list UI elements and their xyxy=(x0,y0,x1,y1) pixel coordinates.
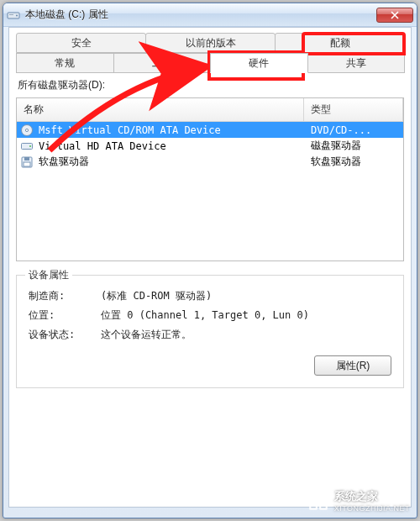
col-header-name[interactable]: 名称 xyxy=(17,98,304,121)
list-body[interactable]: Msft Virtual CD/ROM ATA Device DVD/CD-..… xyxy=(17,122,403,260)
device-properties-group: 设备属性 制造商:(标准 CD-ROM 驱动器) 位置:位置 0 (Channe… xyxy=(16,275,404,388)
titlebar[interactable]: 本地磁盘 (C:) 属性 xyxy=(3,3,417,27)
svg-point-4 xyxy=(25,129,28,131)
tab-sharing[interactable]: 共享 xyxy=(307,53,406,73)
svg-point-1 xyxy=(16,14,18,16)
window-title: 本地磁盘 (C:) 属性 xyxy=(25,8,376,22)
svg-point-6 xyxy=(29,145,31,147)
manufacturer-value: (标准 CD-ROM 驱动器) xyxy=(101,289,212,303)
drive-list-label: 所有磁盘驱动器(D): xyxy=(18,78,404,92)
status-label: 设备状态: xyxy=(29,328,101,342)
tab-security[interactable]: 安全 xyxy=(16,33,146,53)
tab-container: 安全 以前的版本 配额 常规 工具 硬件 共享 xyxy=(16,33,404,73)
hdd-icon xyxy=(20,139,34,153)
close-icon xyxy=(391,11,399,19)
watermark-icon xyxy=(307,490,329,512)
status-value: 这个设备运转正常。 xyxy=(101,328,192,342)
close-button[interactable] xyxy=(376,8,413,23)
manufacturer-label: 制造商: xyxy=(29,289,101,303)
tab-tools[interactable]: 工具 xyxy=(113,53,212,73)
list-item[interactable]: 软盘驱动器 软盘驱动器 xyxy=(17,154,403,170)
tab-hardware[interactable]: 硬件 xyxy=(210,53,308,73)
drive-list[interactable]: 名称 类型 Msft Virtual CD/ROM ATA Device DVD… xyxy=(16,97,404,261)
list-item[interactable]: Virtual HD ATA Device 磁盘驱动器 xyxy=(17,138,403,154)
col-header-type[interactable]: 类型 xyxy=(304,98,403,121)
floppy-icon xyxy=(20,155,34,169)
location-label: 位置: xyxy=(29,308,101,323)
svg-rect-2 xyxy=(9,14,13,15)
client-area: 安全 以前的版本 配额 常规 工具 硬件 共享 所有磁盘驱动器(D): 名称 类… xyxy=(8,27,412,508)
tab-quota[interactable]: 配额 xyxy=(275,33,405,53)
svg-rect-9 xyxy=(24,162,30,166)
location-value: 位置 0 (Channel 1, Target 0, Lun 0) xyxy=(101,308,309,323)
list-item[interactable]: Msft Virtual CD/ROM ATA Device DVD/CD-..… xyxy=(17,122,403,138)
watermark: 系统之家 XITONGZHIJIA.NET xyxy=(307,489,410,513)
properties-dialog: 本地磁盘 (C:) 属性 安全 以前的版本 配额 常规 工具 硬件 共享 所有磁… xyxy=(3,3,417,518)
drive-icon xyxy=(7,8,20,22)
cdrom-icon xyxy=(20,124,34,137)
svg-rect-8 xyxy=(24,157,29,161)
tab-previous-versions[interactable]: 以前的版本 xyxy=(145,33,276,53)
properties-button[interactable]: 属性(R) xyxy=(314,355,391,376)
tab-general[interactable]: 常规 xyxy=(16,53,114,73)
group-legend: 设备属性 xyxy=(25,268,72,282)
list-header[interactable]: 名称 类型 xyxy=(17,98,403,122)
